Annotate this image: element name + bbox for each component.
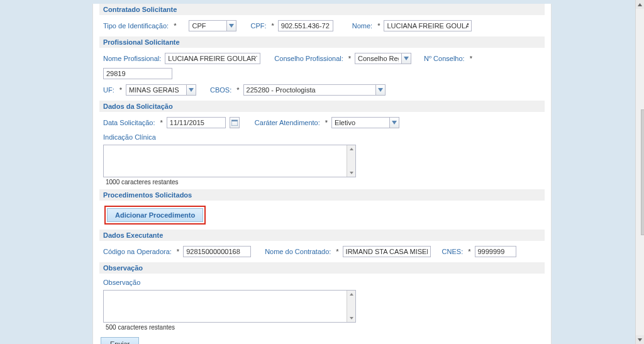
conselho-prof-select[interactable] — [355, 53, 411, 64]
label-tipo-ident: Tipo de Identificação: — [103, 22, 169, 30]
label-nome: Nome: — [352, 22, 372, 30]
textarea-scrollbar[interactable] — [347, 291, 355, 322]
required-mark: * — [174, 22, 176, 30]
required-mark: * — [470, 55, 472, 62]
scrollbar-thumb[interactable] — [641, 109, 645, 235]
form-container: Contratado Solicitante Tipo de Identific… — [92, 4, 552, 344]
required-mark: * — [377, 22, 380, 30]
section-observacao: Observação — [99, 262, 545, 274]
chevron-down-icon[interactable] — [186, 84, 196, 96]
required-mark: * — [325, 119, 328, 126]
enviar-button[interactable]: Enviar — [101, 337, 139, 344]
section-dados-solic: Dados da Solicitação — [99, 101, 545, 112]
label-indicacao: Indicação Clínica — [103, 133, 156, 141]
page-scrollbar[interactable] — [635, 0, 644, 344]
label-carater: Caráter Atendimento: — [255, 119, 320, 126]
required-mark: * — [236, 86, 239, 94]
observacao-textarea-wrap — [103, 290, 356, 323]
uf-input[interactable] — [126, 84, 186, 96]
carater-input[interactable] — [331, 117, 389, 128]
section-dados-executante: Dados Executante — [99, 230, 545, 241]
required-mark: * — [177, 248, 179, 255]
required-mark: * — [348, 55, 351, 62]
observacao-textarea[interactable] — [104, 291, 347, 322]
cbos-select[interactable] — [243, 84, 386, 96]
label-cnes: CNES: — [442, 248, 464, 255]
section-contratado: Contratado Solicitante — [99, 4, 545, 15]
indicacao-textarea[interactable] — [104, 145, 347, 177]
required-mark: * — [336, 248, 338, 255]
chevron-down-icon[interactable] — [636, 335, 645, 344]
chevron-down-icon[interactable] — [348, 169, 355, 177]
data-solic-input[interactable] — [167, 117, 226, 128]
required-mark: * — [160, 119, 163, 126]
chevron-up-icon[interactable] — [348, 291, 355, 298]
cnes-input[interactable] — [475, 246, 516, 257]
chevron-up-icon[interactable] — [348, 145, 355, 153]
label-cpf: CPF: — [250, 22, 266, 30]
required-mark: * — [468, 248, 470, 255]
chevron-down-icon[interactable] — [401, 53, 411, 64]
chevron-down-icon[interactable] — [348, 314, 355, 322]
uf-select[interactable] — [126, 84, 196, 96]
cbos-input[interactable] — [243, 84, 375, 96]
adicionar-procedimento-button[interactable]: Adicionar Procedimento — [107, 208, 203, 222]
section-profissional: Profissional Solicitante — [99, 36, 545, 48]
cpf-input[interactable] — [278, 20, 333, 31]
nome-contratado-input[interactable] — [343, 246, 431, 257]
carater-select[interactable] — [331, 117, 399, 128]
calendar-icon[interactable] — [230, 117, 240, 128]
label-nome-contratado: Nome do Contratado: — [265, 248, 331, 255]
label-nome-prof: Nome Profissional: — [103, 55, 161, 62]
observacao-counter: 500 caracteres restantes — [106, 324, 545, 331]
section-procedimentos: Procedimentos Solicitados — [99, 189, 545, 201]
label-codigo-op: Código na Operadora: — [103, 248, 172, 255]
chevron-down-icon[interactable] — [375, 84, 386, 96]
codigo-op-input[interactable] — [183, 246, 251, 257]
n-conselho-input[interactable] — [103, 68, 172, 79]
label-data-solic: Data Solicitação: — [103, 119, 155, 126]
nome-prof-input[interactable] — [165, 53, 260, 64]
label-observacao: Observação — [103, 279, 140, 286]
indicacao-textarea-wrap — [103, 145, 356, 177]
label-conselho-prof: Conselho Profissional: — [274, 55, 343, 62]
required-mark: * — [119, 86, 122, 94]
label-cbos: CBOS: — [210, 86, 231, 94]
highlight-frame: Adicionar Procedimento — [104, 206, 206, 225]
required-mark: * — [272, 22, 274, 30]
tipo-ident-input[interactable] — [189, 20, 226, 31]
textarea-scrollbar[interactable] — [347, 145, 355, 177]
svg-rect-1 — [231, 120, 238, 121]
tipo-ident-select[interactable] — [189, 20, 236, 31]
chevron-down-icon[interactable] — [389, 117, 399, 128]
label-uf: UF: — [103, 86, 114, 94]
chevron-up-icon[interactable] — [636, 0, 645, 9]
nome-input[interactable] — [384, 20, 472, 31]
conselho-prof-input[interactable] — [355, 53, 401, 64]
label-n-conselho: Nº Conselho: — [424, 55, 465, 62]
chevron-down-icon[interactable] — [226, 20, 236, 31]
indicacao-counter: 1000 caracteres restantes — [106, 179, 545, 186]
